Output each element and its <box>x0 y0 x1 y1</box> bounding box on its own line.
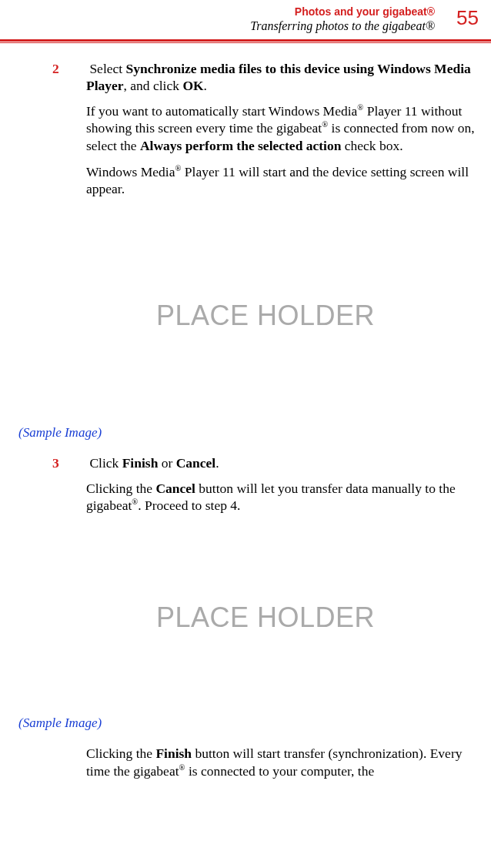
header-rule-thick <box>0 39 491 42</box>
page-number: 55 <box>456 6 479 30</box>
text: Select <box>89 61 125 76</box>
text: . <box>204 78 207 93</box>
registered-mark: ® <box>322 120 328 129</box>
text-bold: Always perform the selected action <box>140 138 341 153</box>
text: If you want to automatically start Windo… <box>86 103 357 119</box>
sample-image-placeholder-1: PLACE HOLDER <box>89 220 443 412</box>
page-header: Photos and your gigabeat® Transferring p… <box>0 0 491 38</box>
step-number: 3 <box>52 454 86 471</box>
step-3-para-3: Clicking the Finish button will start tr… <box>86 745 479 779</box>
text-bold: OK <box>182 78 203 93</box>
step-3-para-2: Clicking the Cancel button will let you … <box>86 480 479 514</box>
step-2-para-2: If you want to automatically start Windo… <box>86 102 479 154</box>
step-3: 3 Click Finish or Cancel. <box>86 454 479 471</box>
text-bold: Finish <box>155 746 192 761</box>
header-subsection-title: Transferring photos to the gigabeat® <box>250 18 435 35</box>
text-bold: Cancel <box>176 455 216 471</box>
header-section-title: Photos and your gigabeat® <box>250 5 435 18</box>
step-2: 2 Select Synchronize media files to this… <box>86 60 479 95</box>
registered-mark: ® <box>179 763 185 772</box>
text: . <box>215 455 219 471</box>
text: , and click <box>124 78 183 93</box>
step-2-instruction: Select Synchronize media files to this d… <box>86 61 471 93</box>
text: Click <box>89 455 122 471</box>
text: . Proceed to step 4. <box>138 498 240 513</box>
text: Clicking the <box>86 481 155 496</box>
header-titles: Photos and your gigabeat® Transferring p… <box>250 5 435 35</box>
sample-image-caption-2: (Sample Image) <box>18 715 479 732</box>
text: Clicking the <box>86 746 155 761</box>
page-content: 2 Select Synchronize media files to this… <box>0 43 491 779</box>
text-bold: Cancel <box>155 481 195 496</box>
text: Windows Media <box>86 164 175 179</box>
text: check box. <box>341 138 402 153</box>
sample-image-placeholder-2: PLACE HOLDER <box>89 533 443 702</box>
text: or <box>158 455 175 471</box>
sample-image-caption-1: (Sample Image) <box>18 424 479 441</box>
step-3-instruction: Click Finish or Cancel. <box>89 455 219 471</box>
text: is connected to your computer, the <box>185 763 375 779</box>
step-2-para-3: Windows Media® Player 11 will start and … <box>86 163 479 198</box>
text-bold: Finish <box>122 455 159 471</box>
placeholder-label: PLACE HOLDER <box>156 298 375 333</box>
placeholder-label: PLACE HOLDER <box>156 600 375 635</box>
step-number: 2 <box>52 60 86 77</box>
